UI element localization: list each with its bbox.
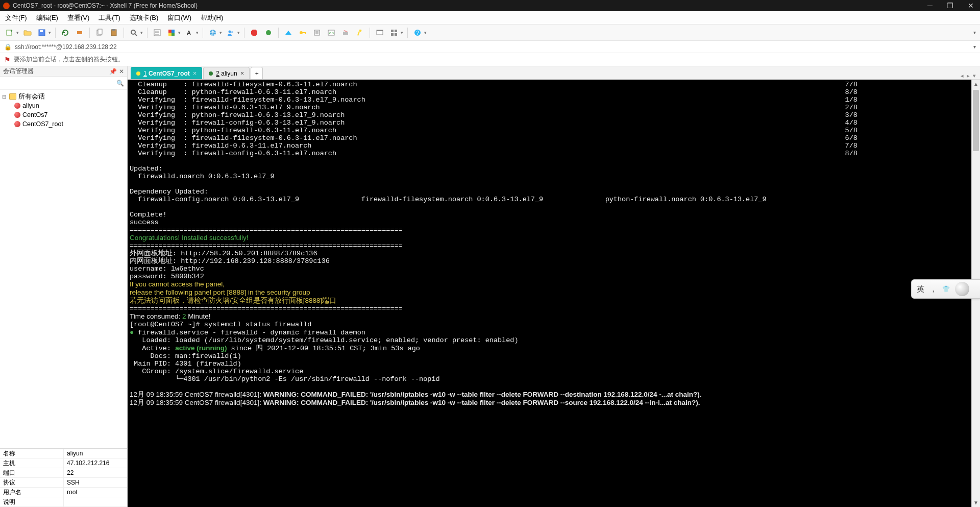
tab-close-icon[interactable]: × xyxy=(240,69,244,77)
help-icon[interactable]: ? xyxy=(412,27,423,38)
scroll-up-icon[interactable]: ▲ xyxy=(972,80,980,88)
svg-rect-6 xyxy=(98,29,102,34)
menu-help[interactable]: 帮助(H) xyxy=(201,13,223,22)
toolbar: +▾ ▾ ▾ ▾ A▾ ▾ ▾ ab ▾ ?▾ ▾ xyxy=(0,25,980,41)
svg-rect-8 xyxy=(112,29,115,31)
open-session-icon[interactable] xyxy=(22,27,33,38)
new-session-icon[interactable]: + xyxy=(4,27,15,38)
reconnect-icon[interactable] xyxy=(60,27,71,38)
app-icon xyxy=(3,3,10,9)
sidebar-header: 会话管理器 📌 ✕ xyxy=(0,66,127,77)
session-label: CentOs7 xyxy=(22,111,47,118)
tab-list-icon[interactable]: ▾ xyxy=(973,73,976,79)
sidebar-title: 会话管理器 xyxy=(3,67,34,76)
scroll-down-icon[interactable]: ▼ xyxy=(972,498,980,507)
folder-icon xyxy=(9,93,16,100)
title-bar: CentOS7_root - root@CentOS7:~ - Xshell 7… xyxy=(0,0,980,11)
key-icon[interactable] xyxy=(297,27,308,38)
svg-rect-18 xyxy=(172,33,175,36)
autocomplete-icon[interactable]: ab xyxy=(326,27,337,38)
session-tree: ⊟ 所有会话 aliyun CentOs7 CentOS7_root xyxy=(0,90,127,448)
menu-view[interactable]: 查看(V) xyxy=(67,13,89,22)
highlight-icon[interactable] xyxy=(354,27,365,38)
address-bar[interactable]: 🔒 ssh://root:******@192.168.239.128:22 ▾ xyxy=(0,41,980,53)
svg-rect-34 xyxy=(377,30,383,31)
save-session-icon[interactable] xyxy=(36,27,47,38)
ime-skin-icon[interactable]: 👕 xyxy=(942,285,950,293)
menu-tools[interactable]: 工具(T) xyxy=(99,13,120,22)
terminal-output[interactable]: Cleanup : firewalld-filesystem-0.6.3-11.… xyxy=(128,80,971,507)
svg-rect-27 xyxy=(305,32,306,34)
copy-icon[interactable] xyxy=(94,27,105,38)
tab-close-icon[interactable]: × xyxy=(193,69,197,77)
status-dot-icon xyxy=(209,71,213,76)
svg-rect-16 xyxy=(172,30,175,33)
search-icon[interactable] xyxy=(128,27,139,38)
menu-bar: 文件(F) 编辑(E) 查看(V) 工具(T) 选项卡(B) 窗口(W) 帮助(… xyxy=(0,11,980,25)
session-label: aliyun xyxy=(22,102,39,109)
window-title: CentOS7_root - root@CentOS7:~ - Xshell 7… xyxy=(13,2,927,9)
address-text: ssh://root:******@192.168.239.128:22 xyxy=(15,43,117,51)
tab-prev-icon[interactable]: ◂ xyxy=(961,73,964,79)
scroll-thumb[interactable] xyxy=(973,90,979,151)
ime-lang[interactable]: 英 xyxy=(917,284,924,294)
new-terminal-icon[interactable] xyxy=(374,27,385,38)
session-item-aliyun[interactable]: aliyun xyxy=(1,101,126,110)
svg-text:+: + xyxy=(10,29,13,34)
disconnect-icon[interactable] xyxy=(74,27,85,38)
menu-window[interactable]: 窗口(W) xyxy=(167,13,191,22)
svg-rect-15 xyxy=(168,30,172,33)
tree-root[interactable]: ⊟ 所有会话 xyxy=(1,92,126,101)
lock-icon: 🔒 xyxy=(4,43,12,51)
session-item-centos7-root[interactable]: CentOS7_root xyxy=(1,119,126,129)
svg-text:?: ? xyxy=(416,30,420,36)
font-icon[interactable]: A xyxy=(184,27,195,38)
session-label: CentOS7_root xyxy=(22,120,63,128)
maximize-button[interactable]: ❐ xyxy=(947,2,953,10)
record-icon[interactable] xyxy=(263,27,274,38)
ime-orb-icon[interactable] xyxy=(955,282,969,296)
color-scheme-icon[interactable] xyxy=(166,27,177,38)
ime-widget[interactable]: 英 ， 👕 xyxy=(911,279,980,299)
svg-text:ab: ab xyxy=(329,31,334,35)
tree-root-label: 所有会话 xyxy=(18,92,45,101)
tab-add-button[interactable]: + xyxy=(251,67,263,79)
scroll-lock-icon[interactable] xyxy=(311,27,323,38)
xftp-icon[interactable] xyxy=(283,27,294,38)
paste-icon[interactable] xyxy=(108,27,119,38)
svg-rect-35 xyxy=(391,30,394,32)
sidebar-search-input[interactable] xyxy=(3,80,116,87)
session-item-centos7[interactable]: CentOs7 xyxy=(1,110,126,119)
hint-text: 要添加当前会话，点击左侧的箭头按钮。 xyxy=(14,55,124,64)
svg-text:A: A xyxy=(187,30,191,36)
sidebar-search[interactable]: 🔍 xyxy=(0,77,127,90)
hint-bar: ⚑ 要添加当前会话，点击左侧的箭头按钮。 xyxy=(0,53,980,66)
menu-file[interactable]: 文件(F) xyxy=(5,13,27,22)
minimize-button[interactable]: ─ xyxy=(927,2,933,10)
menu-edit[interactable]: 编辑(E) xyxy=(36,13,58,22)
svg-point-21 xyxy=(229,30,231,33)
properties-icon[interactable] xyxy=(152,27,163,38)
toolbar-overflow-icon[interactable]: ▾ xyxy=(973,30,976,35)
close-button[interactable]: ✕ xyxy=(968,2,974,10)
stop-icon[interactable] xyxy=(249,27,260,38)
globe-icon[interactable] xyxy=(207,27,218,38)
session-icon xyxy=(14,103,20,109)
sidebar-close-icon[interactable]: ✕ xyxy=(119,68,124,75)
tab-aliyun[interactable]: 2 aliyun × xyxy=(203,67,250,79)
clear-icon[interactable] xyxy=(340,27,351,38)
search-icon[interactable]: 🔍 xyxy=(116,80,124,87)
svg-rect-4 xyxy=(77,31,82,34)
address-overflow-icon[interactable]: ▾ xyxy=(973,44,976,50)
svg-rect-3 xyxy=(40,30,43,32)
users-icon[interactable] xyxy=(225,27,236,38)
flag-icon[interactable]: ⚑ xyxy=(4,56,11,64)
ime-punct-icon[interactable]: ， xyxy=(929,284,937,294)
svg-point-9 xyxy=(131,30,135,34)
svg-marker-23 xyxy=(251,30,257,36)
tile-icon[interactable] xyxy=(388,27,400,38)
sidebar-pin-icon[interactable]: 📌 xyxy=(109,68,117,75)
tab-centos7-root[interactable]: 1 CentOS7_root × xyxy=(131,67,202,79)
tab-next-icon[interactable]: ▸ xyxy=(967,73,970,79)
menu-tabs[interactable]: 选项卡(B) xyxy=(130,13,158,22)
